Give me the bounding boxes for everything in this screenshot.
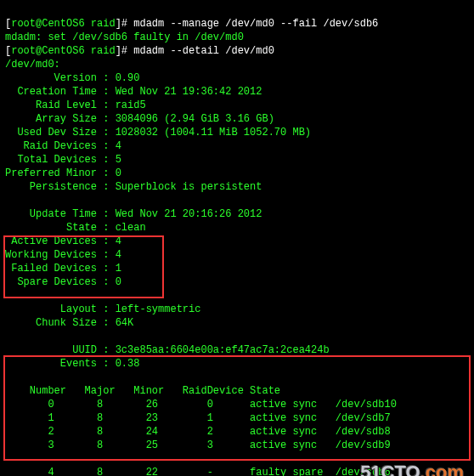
- info-layout-value: left-symmetric: [116, 303, 201, 315]
- info-layout-label: Layout :: [5, 303, 116, 315]
- info-uuid-value: 3c3e85aa:6604e00a:ef47ac7a:2cea424b: [116, 344, 330, 356]
- info-raid-level-label: Raid Level :: [5, 99, 116, 111]
- table-row: 1 8 23 1 active sync /dev/sdb7: [5, 412, 391, 424]
- info-array-size-label: Array Size :: [5, 113, 116, 125]
- info-version-label: Version :: [5, 72, 116, 84]
- table-header: Number Major Minor RaidDevice State: [5, 385, 280, 397]
- cmd-1: mdadm --manage /dev/md0 --fail /dev/sdb6: [133, 18, 378, 30]
- table-row: 2 8 24 2 active sync /dev/sdb8: [5, 426, 391, 438]
- info-raid-level-value: raid5: [116, 99, 146, 111]
- info-active-devices-value: 4: [116, 235, 121, 247]
- table-row: 0 8 26 0 active sync /dev/sdb10: [5, 399, 397, 411]
- info-failed-devices-label: Failed Devices :: [5, 263, 116, 275]
- info-chunk-size-value: 64K: [116, 317, 134, 329]
- info-state-value: clean: [116, 222, 146, 234]
- info-preferred-minor-label: Preferred Minor :: [5, 167, 116, 179]
- prompt-userhost: root@CentOS6 raid: [11, 18, 115, 30]
- info-persistence-value: Superblock is persistent: [116, 181, 262, 193]
- info-active-devices-label: Active Devices :: [5, 235, 116, 247]
- info-failed-devices-value: 1: [116, 263, 121, 275]
- prompt-close: ]#: [116, 18, 134, 30]
- info-total-devices-value: 5: [116, 154, 121, 166]
- watermark-brand-accent: .com: [420, 462, 464, 476]
- info-creation-time-value: Wed Nov 21 19:36:42 2012: [116, 86, 262, 98]
- info-spare-devices-label: Spare Devices :: [5, 276, 116, 288]
- info-uuid-label: UUID :: [5, 344, 116, 356]
- info-state-label: State :: [5, 222, 116, 234]
- terminal[interactable]: [root@CentOS6 raid]# mdadm --manage /dev…: [0, 0, 474, 476]
- info-version-value: 0.90: [116, 72, 140, 84]
- prompt-close: ]#: [116, 45, 134, 57]
- table-row: 4 8 22 - faulty spare /dev/sdb6: [5, 467, 391, 476]
- info-raid-devices-label: Raid Devices :: [5, 140, 116, 152]
- info-chunk-size-label: Chunk Size :: [5, 317, 116, 329]
- device-header: /dev/md0:: [5, 59, 60, 71]
- info-creation-time-label: Creation Time :: [5, 86, 116, 98]
- info-array-size-value: 3084096 (2.94 GiB 3.16 GB): [116, 113, 274, 125]
- cmd-2: mdadm --detail /dev/md0: [133, 45, 274, 57]
- info-events-label: Events :: [5, 358, 116, 370]
- info-update-time-label: Update Time :: [5, 208, 116, 220]
- table-row: 3 8 25 3 active sync /dev/sdb9: [5, 439, 391, 451]
- info-raid-devices-value: 4: [116, 140, 121, 152]
- info-events-value: 0.38: [116, 358, 140, 370]
- cmd-1-output: mdadm: set /dev/sdb6 faulty in /dev/md0: [5, 31, 244, 43]
- info-used-dev-size-value: 1028032 (1004.11 MiB 1052.70 MB): [116, 127, 311, 139]
- info-persistence-label: Persistence :: [5, 181, 116, 193]
- info-total-devices-label: Total Devices :: [5, 154, 116, 166]
- prompt-userhost: root@CentOS6 raid: [11, 45, 115, 57]
- info-working-devices-value: 4: [116, 249, 121, 261]
- info-preferred-minor-value: 0: [116, 167, 121, 179]
- info-used-dev-size-label: Used Dev Size :: [5, 127, 116, 139]
- info-update-time-value: Wed Nov 21 20:16:26 2012: [116, 208, 262, 220]
- info-spare-devices-value: 0: [116, 276, 121, 288]
- info-working-devices-label: Working Devices :: [5, 249, 116, 261]
